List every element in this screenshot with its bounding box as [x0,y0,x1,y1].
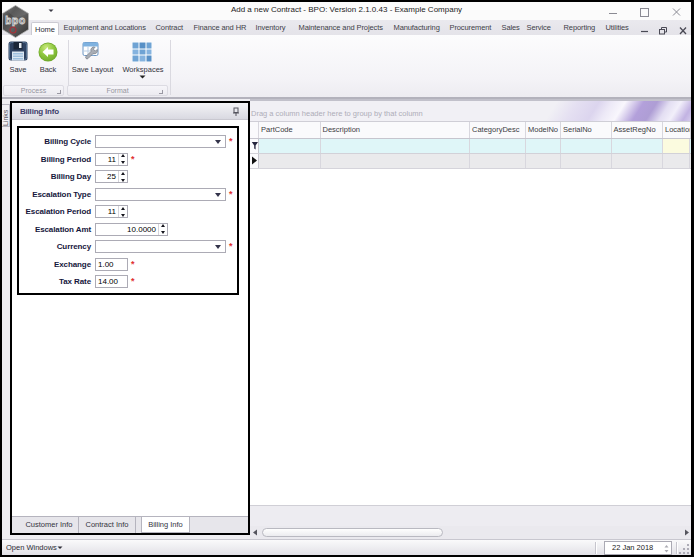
svg-text:bpo: bpo [5,15,26,26]
